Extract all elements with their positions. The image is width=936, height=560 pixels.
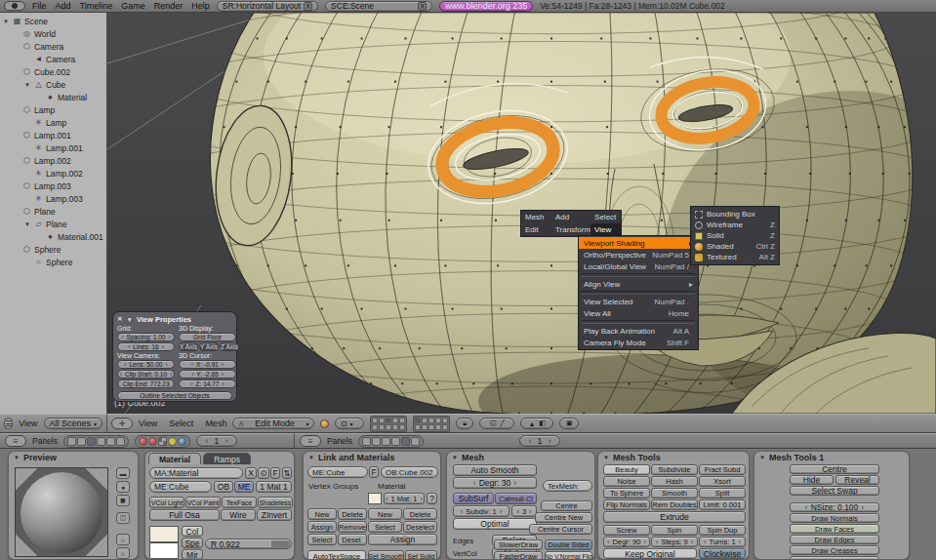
- snap-group[interactable]: ▲ ◧: [520, 418, 553, 429]
- preview-monkey-button[interactable]: ◫: [116, 512, 130, 524]
- spin-tool-button[interactable]: Steps: 9: [651, 537, 698, 547]
- spin-tool-button[interactable]: Spin Dup: [699, 525, 746, 536]
- preview-lamp1-button[interactable]: ☼: [116, 534, 130, 545]
- menu-item[interactable]: View All Home: [579, 307, 698, 319]
- outline-selected-button[interactable]: Outline Selected Objects: [117, 391, 232, 400]
- cursor-x-field[interactable]: X: -0.91: [179, 360, 236, 369]
- panel-collapse-icon[interactable]: ▼: [452, 455, 458, 460]
- mesh-tool-button[interactable]: Limit: 0.001: [699, 500, 746, 510]
- editor-type-icon[interactable]: ≡: [300, 435, 321, 447]
- menu-item[interactable]: Viewport Shading ▸: [579, 237, 698, 249]
- material-toggle[interactable]: VCol Light: [149, 497, 184, 508]
- outliner-item[interactable]: ● Material.001: [0, 230, 106, 243]
- auto-name-button[interactable]: ⊙: [258, 467, 269, 479]
- clockwise-toggle[interactable]: Clockwise: [699, 548, 746, 559]
- shading-menu-item[interactable]: Solid Z: [691, 230, 779, 241]
- scenes-dropdown[interactable]: All Scenes ▾: [44, 418, 103, 429]
- outliner-item[interactable]: ⬡ Lamp.002: [0, 154, 106, 167]
- texface-draw-options[interactable]: [370, 416, 407, 432]
- expand-arrow-icon[interactable]: ▼: [23, 221, 31, 227]
- expand-arrow-icon[interactable]: ▼: [23, 82, 31, 88]
- buttons-page-spinner[interactable]: 1: [196, 435, 237, 447]
- top-menu-item[interactable]: Add: [56, 1, 71, 11]
- draw-toggle[interactable]: Draw Edges: [790, 535, 879, 544]
- panel-close-icon[interactable]: ✕: [117, 315, 122, 323]
- cursor-z-field[interactable]: Z: 14.77: [179, 380, 236, 388]
- vertex-group-button[interactable]: Desel.: [338, 534, 367, 545]
- vertex-group-button[interactable]: Delete: [338, 508, 367, 520]
- mesh-tool-button[interactable]: Split: [699, 488, 746, 499]
- mesh-name-field[interactable]: ME:Cube: [149, 481, 212, 493]
- draw-toggle[interactable]: Draw Seams: [790, 556, 879, 560]
- select-swap-button[interactable]: Select Swap: [790, 486, 879, 496]
- spe-button[interactable]: Spe: [182, 538, 203, 548]
- fake-user-button[interactable]: F: [369, 466, 379, 478]
- col-button[interactable]: Col: [182, 526, 203, 537]
- centre-button[interactable]: Centre: [790, 464, 879, 474]
- clip-start-field[interactable]: Clip Start: 0.10: [117, 370, 175, 379]
- view3d-menu-item[interactable]: Mesh: [205, 419, 226, 428]
- outliner-item[interactable]: ✳ Lamp.001: [0, 141, 106, 154]
- mesh-tool-button[interactable]: Hash: [651, 476, 698, 487]
- outliner-item[interactable]: ▼ △ Cube: [0, 78, 106, 91]
- vertex-group-button[interactable]: Assign: [307, 521, 337, 533]
- mesh-tool-button[interactable]: To Sphere: [603, 488, 650, 499]
- outliner-item[interactable]: ⬡ Lamp.001: [0, 129, 106, 141]
- autotexspace-toggle[interactable]: AutoTexSpace: [307, 550, 366, 560]
- keep-original-toggle[interactable]: Keep Original: [603, 548, 697, 559]
- axis-toggle[interactable]: Z Axis: [220, 342, 239, 351]
- menu-item[interactable]: Local/Global View NumPad /: [579, 260, 698, 272]
- centre-cursor-button[interactable]: Centre Cursor: [529, 524, 592, 535]
- menu-item[interactable]: Align View ▸: [579, 278, 698, 290]
- material-toggle[interactable]: TexFace: [222, 497, 257, 508]
- context-buttons[interactable]: [358, 435, 424, 448]
- toolbox-category[interactable]: Edit: [521, 223, 551, 236]
- optimal-toggle[interactable]: Optimal: [453, 518, 537, 530]
- centre-new-button[interactable]: Centre New: [535, 512, 592, 523]
- editor-type-icon[interactable]: ☰: [4, 418, 13, 429]
- slower-draw-button[interactable]: SlowerDraw: [494, 540, 543, 550]
- top-menu-item[interactable]: Render: [154, 1, 183, 11]
- menu-item[interactable]: View Selected NumPad .: [579, 296, 698, 307]
- no-vnormal-flip-toggle[interactable]: No V.Normal Flip: [545, 551, 592, 560]
- set-smooth-button[interactable]: Set Smooth: [368, 550, 404, 560]
- auto-smooth-toggle[interactable]: Auto Smooth: [453, 464, 537, 476]
- outliner-view-menu[interactable]: View: [19, 419, 37, 428]
- view3d-menu-item[interactable]: Select: [169, 419, 193, 428]
- shading-menu-item[interactable]: Shaded Ctrl Z: [691, 241, 779, 252]
- menu-item[interactable]: Camera Fly Mode Shift F: [579, 337, 698, 348]
- cursor-y-field[interactable]: Y: -2.65: [179, 370, 236, 379]
- spin-tool-button[interactable]: Spin: [651, 525, 698, 536]
- material-button[interactable]: Select: [368, 521, 402, 533]
- menu-item[interactable]: Ortho/Perspective NumPad 5: [579, 249, 698, 260]
- specular-color-swatch[interactable]: [149, 542, 179, 559]
- preview-cube-button[interactable]: ◼: [116, 495, 130, 506]
- outliner-item[interactable]: ⬡ Sphere: [0, 243, 106, 256]
- toolbox-category[interactable]: Select: [590, 211, 621, 223]
- outliner-item[interactable]: ⬡ Lamp.003: [0, 180, 106, 192]
- grid-spacing-field[interactable]: Spacing: 1.00: [117, 333, 175, 341]
- grid-floor-toggle[interactable]: Grid Floor: [179, 333, 236, 341]
- layers-grid[interactable]: [413, 416, 450, 432]
- top-menu-item[interactable]: Help: [191, 1, 210, 11]
- panels-menu[interactable]: Panels: [32, 436, 58, 446]
- scene-selector[interactable]: SCE:Scene X: [325, 1, 432, 12]
- spin-tool-button[interactable]: Screw: [603, 525, 650, 536]
- axis-toggle[interactable]: Y Axis: [199, 342, 219, 351]
- mesh-tool-button[interactable]: Fract Subd: [699, 464, 746, 475]
- faster-draw-button[interactable]: FasterDraw: [494, 551, 543, 560]
- subdiv-spinner[interactable]: Subdiv: 1: [453, 505, 509, 517]
- material-toggle[interactable]: VCol Paint: [185, 497, 221, 508]
- panel-collapse-icon[interactable]: ▼: [308, 455, 314, 460]
- toolbox-category[interactable]: Add: [551, 211, 590, 223]
- tab-ramps[interactable]: Ramps: [203, 453, 251, 464]
- outliner-item[interactable]: ✳ Lamp.003: [0, 192, 106, 205]
- ob-name-field[interactable]: OB:Cube.002: [381, 466, 438, 478]
- screen-close-button[interactable]: X: [304, 2, 312, 11]
- material-nodes-button[interactable]: ⇅: [282, 467, 292, 479]
- outliner-item[interactable]: ◎ World: [0, 27, 106, 40]
- outliner-item[interactable]: ⬡ Camera: [0, 40, 106, 53]
- outliner-item[interactable]: ✳ Lamp: [0, 116, 106, 129]
- panels-menu[interactable]: Panels: [327, 436, 352, 446]
- axis-toggle[interactable]: X Axis: [179, 342, 198, 351]
